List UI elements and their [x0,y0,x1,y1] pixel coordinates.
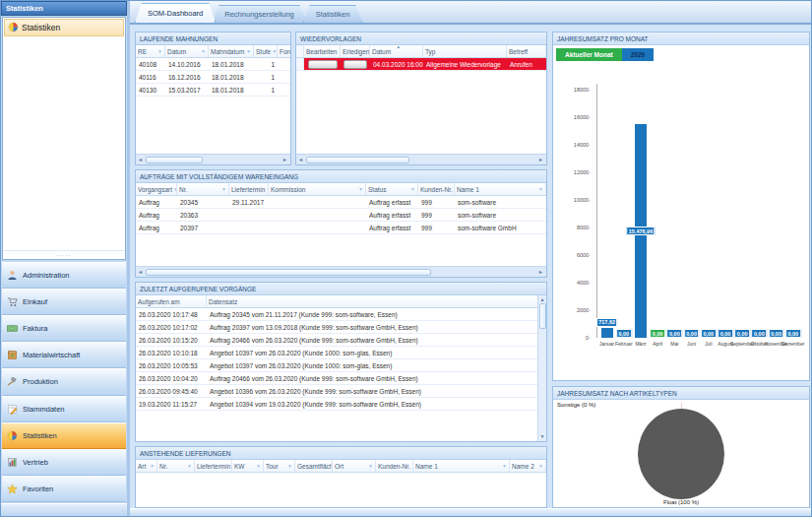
sidebar-item-produktion[interactable]: Produktion [2,368,126,395]
table-row[interactable]: 26.03.2020 09:45:40Angebot 10396 vom 26.… [136,385,546,398]
column-header-status[interactable]: Status▼ [366,183,418,195]
tree-resize-grip[interactable]: ..... [3,250,125,259]
scroll-right-icon[interactable]: ► [538,157,544,162]
table-cell: Auftrag 20345 vom 21.11.2017 (Kunde 999:… [207,308,546,320]
scroll-up-icon[interactable]: ▲ [540,296,545,303]
table-cell: 18.01.2018 [209,84,254,96]
column-header-forderung[interactable]: Forderung▼ [278,45,290,57]
filter-funnel-icon[interactable]: ▼ [187,463,192,469]
sidebar-item-label: Stammdaten [23,405,65,414]
row-selector[interactable] [296,58,304,70]
column-header-name-1[interactable]: Name 1▼ [413,460,510,472]
sidebar-item-materialwirtschaft[interactable]: Materialwirtschaft [2,342,126,368]
table-row[interactable]: 26.03.2020 10:17:02Auftrag 20397 vom 13.… [136,321,546,334]
sidebar-item-einkauf[interactable]: Einkauf [2,289,126,315]
table-row[interactable]: 26.03.2020 10:17:48Auftrag 20345 vom 21.… [136,308,546,321]
erledigen-button[interactable] [344,60,367,69]
table-row[interactable]: 26.03.2020 10:04:20Auftrag 20466 vom 26.… [136,372,546,385]
tab-statistiken[interactable]: Statistiken [303,5,363,23]
invoice-icon [6,323,19,335]
table-row[interactable]: 4011616.12.201618.01.2018130,39 [136,71,290,84]
column-header-name-1[interactable]: Name 1▼ [455,183,546,195]
betreff-cell: Anrufen [507,58,546,70]
column-header-typ[interactable]: Typ [423,45,507,57]
column-header-kommission[interactable]: Kommission▼ [269,183,366,195]
horizontal-scrollbar[interactable]: ◄ ► [296,154,546,164]
table-row[interactable]: 4013015.03.201718.01.201812162,59 [136,84,290,97]
tab-som-dashboard[interactable]: SOM-Dashboard [135,3,216,23]
horizontal-scrollbar[interactable]: ◄ ► [136,154,290,164]
column-header-liefertermin[interactable]: Liefertermin▼ [229,183,269,195]
bearbeiten-button[interactable] [308,60,338,69]
sidebar-item-stammdaten[interactable]: Stammdaten [2,396,126,422]
vertical-scrollbar[interactable]: ▲ ▼ [537,295,546,441]
filter-funnel-icon[interactable]: ▼ [256,463,261,469]
filter-funnel-icon[interactable]: ▼ [538,186,543,192]
column-header-bearbeiten[interactable]: Bearbeiten [304,45,341,57]
hammer-icon [6,376,19,388]
column-header-kunden-nr-[interactable]: Kunden-Nr.▼ [376,460,413,472]
tree-item-statistiken[interactable]: Statistiken [4,19,124,36]
column-header-aufgerufen-am[interactable]: Aufgerufen am [136,295,207,307]
filter-funnel-icon[interactable]: ▼ [150,463,155,469]
table-row[interactable]: 26.03.2020 10:05:53Angebot 10397 vom 26.… [136,359,546,372]
column-header-mahndatum[interactable]: Mahndatum▼ [209,45,254,57]
column-header-re[interactable]: RE▼ [136,45,165,57]
table-cell: 26.03.2020 10:04:20 [136,372,207,384]
filter-funnel-icon[interactable]: ▼ [157,48,162,54]
scroll-down-icon[interactable]: ▼ [540,433,545,440]
filter-funnel-icon[interactable]: ▼ [538,463,543,469]
wiedervorlage-row[interactable]: 04.03.2020 16:00Allgemeine Wiedervorlage… [296,58,546,71]
column-header-nr-[interactable]: Nr.▼ [177,183,229,195]
table-row[interactable]: Auftrag2034529.11.2017Auftrag erfasst999… [136,196,546,209]
filter-funnel-icon[interactable]: ▼ [201,48,206,54]
column-header-tour[interactable]: Tour▼ [264,460,295,472]
sidebar-item-vertrieb[interactable]: Vertrieb [2,449,126,476]
table-cell: 999 [418,222,455,233]
column-header-gesamtfl-che[interactable]: Gesamtfläche▼ [295,460,333,472]
sidebar-item-administration[interactable]: Administration [2,262,126,289]
sidebar-item-favoriten[interactable]: Favoriten [2,476,126,502]
sidebar-item-faktura[interactable]: Faktura [2,315,126,342]
tab-rechnungserstellung[interactable]: Rechnungserstellung [212,5,306,23]
horizontal-scrollbar[interactable]: ◄ ► [136,266,546,277]
column-header-nr-[interactable]: Nr.▼ [157,460,195,472]
chart-title: JAHRESUMSATZ NACH ARTIKELTYPEN [553,387,809,400]
column-header-datensatz[interactable]: Datensatz [207,295,546,307]
column-header-erledigen[interactable]: Erledigen [341,45,370,57]
column-header-datum[interactable]: Datum▲ [370,45,423,57]
filter-funnel-icon[interactable]: ▼ [221,186,226,192]
filter-funnel-icon[interactable]: ▼ [502,463,507,469]
column-header-kw[interactable]: KW▼ [232,460,264,472]
bar-value-label: 0,00 [752,329,768,338]
filter-funnel-icon[interactable]: ▼ [246,48,251,54]
column-header-name-2[interactable]: Name 2▼ [510,460,546,472]
table-row[interactable]: 4010814.10.201618.01.2018169,50 [136,58,290,71]
legend-2020[interactable]: 2020 [622,48,654,61]
column-header-datum[interactable]: Datum▼ [165,45,209,57]
column-header-stufe[interactable]: Stufe▼ [254,45,278,57]
filter-funnel-icon[interactable]: ▼ [410,186,415,192]
table-row[interactable]: 19.03.2020 11:15:27Angebot 10394 vom 19.… [136,398,546,411]
column-header-betreff[interactable]: Betreff [507,45,546,57]
x-axis-label: Mai [670,341,678,347]
table-row[interactable]: 26.03.2020 10:15:20Auftrag 20466 vom 26.… [136,334,546,347]
table-row[interactable]: Auftrag20363Auftrag erfasst999som-softwa… [136,209,546,222]
filter-funnel-icon[interactable]: ▼ [358,186,363,192]
scroll-right-icon[interactable]: ► [538,269,544,275]
filter-funnel-icon[interactable]: ▼ [368,463,373,469]
column-header-art[interactable]: Art▼ [136,460,157,472]
filter-funnel-icon[interactable]: ▼ [287,463,292,469]
column-header-ort[interactable]: Ort▼ [333,460,376,472]
column-header-kunden-nr-[interactable]: Kunden-Nr.▼ [418,183,455,195]
filter-funnel-icon[interactable]: ▼ [272,48,277,54]
sidebar-item-statistiken[interactable]: Statistiken [2,422,126,449]
scroll-right-icon[interactable]: ► [282,157,288,162]
table-row[interactable]: Auftrag20397Auftrag erfasst999som-softwa… [136,222,546,234]
legend-aktueller-monat[interactable]: Aktueller Monat [556,48,622,61]
bar-januar[interactable] [601,328,613,338]
column-header-vorgangsart[interactable]: Vorgangsart▼ [136,183,177,195]
column-header-liefertermin[interactable]: Liefertermin▼ [195,460,232,472]
table-row[interactable]: 26.03.2020 10:10:18Angebot 10397 vom 26.… [136,347,546,359]
sidebar-item-label: Vertrieb [23,458,48,467]
